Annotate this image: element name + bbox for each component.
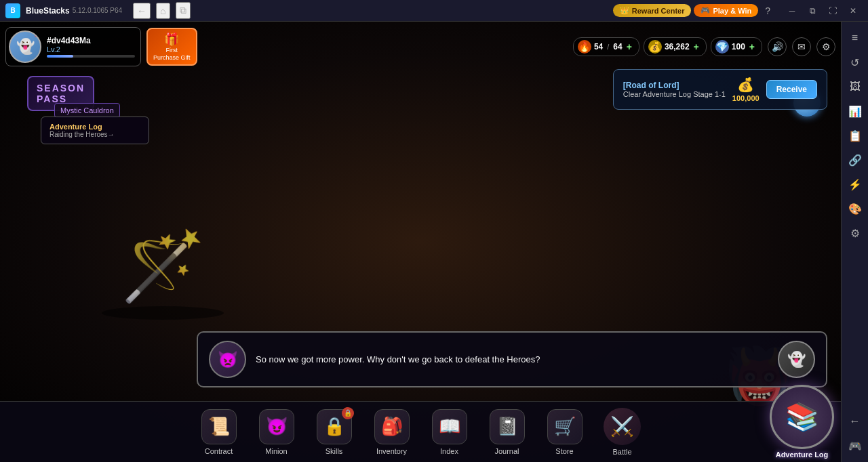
- store-icon: 🛒: [554, 416, 576, 437]
- player-name: #dv4d43Ma: [47, 36, 135, 45]
- nav-item-adventure-log[interactable]: 📚 Adventure Log: [770, 385, 834, 459]
- mail-icon[interactable]: ✉: [792, 37, 811, 56]
- right-sidebar: ≡ ↺ 🖼 📊 📋 🔗 ⚡ 🎨 ⚙ ← 🎮: [841, 22, 868, 462]
- sound-icon[interactable]: 🔊: [768, 37, 787, 56]
- contract-icon-bg: 📜: [201, 409, 237, 444]
- minimize-button[interactable]: ─: [783, 3, 802, 18]
- home-button[interactable]: ⌂: [156, 3, 170, 19]
- close-button[interactable]: ✕: [844, 3, 863, 18]
- dialogue-text: So now we got more power. Why don't we g…: [256, 353, 768, 366]
- sidebar-icon-5[interactable]: 📋: [844, 125, 866, 146]
- inventory-label: Inventory: [376, 447, 407, 455]
- exp-bar: [47, 55, 73, 58]
- sidebar-icon-settings[interactable]: ⚙: [844, 222, 866, 244]
- quest-info: [Road of Lord] Clear Adventure Log Stage…: [623, 81, 726, 98]
- adventure-log-label: Adventure Log: [776, 450, 829, 459]
- minion-label: Minion: [265, 447, 287, 455]
- adventure-log-popup[interactable]: Adventure Log Raiding the Heroes→: [41, 117, 149, 144]
- sidebar-icon-3[interactable]: 🖼: [844, 76, 866, 98]
- stamina-slash: /: [607, 43, 609, 51]
- nav-item-skills[interactable]: 🔒 🔒 Skills: [305, 405, 363, 459]
- crystal-value: 100: [732, 42, 745, 51]
- player-level: Lv.2: [47, 45, 135, 54]
- quest-title: [Road of Lord]: [623, 81, 726, 90]
- journal-label: Journal: [494, 447, 519, 455]
- nav-item-minion[interactable]: 😈 Minion: [248, 405, 305, 459]
- tabs-button[interactable]: ⧉: [176, 2, 191, 19]
- index-label: Index: [440, 447, 458, 455]
- sidebar-icon-7[interactable]: ⚡: [844, 173, 866, 195]
- mystic-cauldron-tooltip: Mystic Cauldron: [54, 103, 120, 118]
- sidebar-icon-1[interactable]: ≡: [844, 27, 866, 49]
- window-controls: ─ ⧉ ⛶ ✕: [783, 3, 863, 18]
- skills-lock-icon: 🔒: [342, 407, 354, 419]
- cauldron-emoji: 🪄: [121, 226, 205, 306]
- exp-bar-container: [47, 55, 135, 58]
- player-avatar[interactable]: 👻: [9, 30, 41, 63]
- titlebar: B BlueStacks 5.12.0.1065 P64 ← ⌂ ⧉ 👑 Rew…: [0, 0, 868, 22]
- gold-icon: 💰: [648, 40, 662, 54]
- app-version: 5.12.0.1065 P64: [73, 7, 122, 14]
- speaker2-emoji: 👻: [787, 351, 806, 369]
- dialogue-box[interactable]: 👿 So now we got more power. Why don't we…: [197, 331, 827, 387]
- journal-icon: 📓: [496, 416, 518, 437]
- player-section: 👻 #dv4d43Ma Lv.2: [5, 27, 141, 66]
- skills-icon: 🔒: [323, 416, 345, 437]
- sidebar-icon-6[interactable]: 🔗: [844, 149, 866, 171]
- nav-item-store[interactable]: 🛒 Store: [536, 405, 593, 459]
- nav-controls: ← ⌂ ⧉: [133, 2, 190, 19]
- stamina-plus[interactable]: +: [627, 41, 632, 52]
- titlebar-right-controls: 👑 Reward Center 🎮 Play & Win ? ─ ⧉ ⛶ ✕: [613, 3, 863, 18]
- battle-label: Battle: [612, 448, 631, 456]
- crystal-plus[interactable]: +: [749, 41, 755, 52]
- app-name: BlueStacks: [26, 6, 70, 16]
- help-button[interactable]: ?: [761, 4, 774, 18]
- reward-center-label: Reward Center: [632, 7, 685, 15]
- sidebar-icon-4[interactable]: 📊: [844, 100, 866, 122]
- fullscreen-button[interactable]: ⛶: [823, 3, 842, 18]
- sidebar-icon-gamepad[interactable]: 🎮: [844, 435, 866, 457]
- reward-crown-icon: 👑: [620, 6, 629, 15]
- nav-item-battle[interactable]: ⚔️ Battle: [593, 405, 651, 459]
- back-button[interactable]: ←: [133, 3, 151, 19]
- play-win-icon: 🎮: [701, 6, 710, 15]
- contract-icon: 📜: [208, 416, 230, 437]
- inventory-icon: 🎒: [381, 416, 403, 437]
- reward-center-button[interactable]: 👑 Reward Center: [613, 4, 692, 17]
- nav-item-inventory[interactable]: 🎒 Inventory: [363, 405, 420, 459]
- cauldron-area[interactable]: 🪄: [68, 130, 258, 320]
- gold-plus[interactable]: +: [694, 41, 699, 52]
- adventure-popup-subtitle: Raiding the Heroes→: [50, 131, 140, 138]
- adventure-log-icon: 📚: [785, 401, 819, 433]
- contract-label: Contract: [205, 447, 233, 455]
- play-win-button[interactable]: 🎮 Play & Win: [694, 4, 758, 17]
- stamina-max: 64: [613, 42, 622, 51]
- sidebar-icon-8[interactable]: 🎨: [844, 198, 866, 219]
- bottom-nav: 📜 Contract 😈 Minion 🔒 🔒 Skills 🎒 Invento…: [0, 401, 841, 462]
- gift-icon: 🎁: [153, 32, 191, 47]
- index-icon-bg: 📖: [432, 409, 467, 444]
- nav-item-journal[interactable]: 📓 Journal: [478, 405, 536, 459]
- nav-item-index[interactable]: 📖 Index: [420, 405, 478, 459]
- stamina-resource: 🔥 54 / 64 +: [573, 37, 639, 56]
- restore-button[interactable]: ⧉: [803, 3, 822, 18]
- season-pass-label: SEASONPASS: [37, 83, 85, 104]
- quest-reward: 💰 100,000: [732, 77, 760, 102]
- first-purchase-gift-button[interactable]: 🎁 FirstPurchase Gift: [146, 28, 197, 66]
- game-area: 👻 #dv4d43Ma Lv.2 🎁 FirstPurchase Gift 🔥 …: [0, 22, 841, 462]
- sidebar-icon-2[interactable]: ↺: [844, 51, 866, 73]
- receive-button[interactable]: Receive: [766, 80, 817, 99]
- inventory-icon-bg: 🎒: [374, 409, 410, 444]
- nav-item-contract[interactable]: 📜 Contract: [190, 405, 248, 459]
- top-hud: 👻 #dv4d43Ma Lv.2 🎁 FirstPurchase Gift 🔥 …: [5, 27, 835, 66]
- gift-label: FirstPurchase Gift: [153, 47, 191, 62]
- minion-icon-bg: 😈: [259, 409, 294, 444]
- quest-description: Clear Adventure Log Stage 1-1: [623, 90, 726, 98]
- battle-icon-bg: ⚔️: [604, 408, 641, 445]
- sidebar-icon-back[interactable]: ←: [844, 411, 866, 432]
- crystal-resource: 💎 100 +: [711, 37, 762, 56]
- resource-section: 🔥 54 / 64 + 💰 36,262 + 💎 100 +: [573, 37, 762, 56]
- settings-icon[interactable]: ⚙: [816, 37, 835, 56]
- index-icon: 📖: [439, 416, 460, 437]
- dialogue-speaker2-icon: 👻: [778, 341, 815, 378]
